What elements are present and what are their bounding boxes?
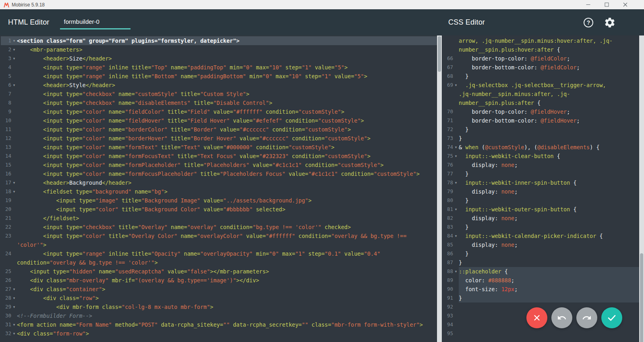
- gutter: 80: [443, 196, 459, 205]
- html-scrollbar-thumb[interactable]: [438, 36, 441, 72]
- gear-icon: [604, 17, 616, 29]
- code-line: 20 <input type="color" title="Background…: [1, 205, 437, 214]
- fold-chevron-icon[interactable]: ▾: [11, 294, 17, 302]
- code-text: <input type="color" name="formPlaceholde…: [17, 161, 437, 169]
- maximize-button[interactable]: [597, 0, 616, 9]
- code-text: condition="overlay && bg.type !== 'color…: [17, 258, 437, 267]
- minimize-button[interactable]: [579, 0, 597, 9]
- fold-chevron-icon[interactable]: ▾: [453, 231, 459, 240]
- css-editor-label: CSS Editor: [448, 18, 485, 27]
- line-number: 9: [1, 107, 11, 116]
- fold-spacer: [11, 63, 17, 72]
- fold-chevron-icon[interactable]: ▾: [11, 54, 17, 63]
- fold-spacer: [11, 240, 17, 249]
- fold-chevron-icon[interactable]: ▾: [11, 36, 17, 45]
- redo-button[interactable]: [576, 307, 597, 328]
- css-editor-scrollbar[interactable]: [639, 35, 644, 342]
- fold-chevron-icon[interactable]: ▾: [11, 81, 17, 90]
- code-text: <mbr-parameters>: [17, 45, 437, 54]
- title-bar: Mobirise 5.9.18: [0, 0, 644, 9]
- code-text: <header>Background</header>: [17, 178, 437, 187]
- gutter: 31▾: [1, 320, 17, 329]
- line-number: 31: [1, 320, 11, 329]
- fold-chevron-icon[interactable]: ▾: [11, 302, 17, 311]
- code-text: <input type="range" inline title="Opacit…: [17, 249, 437, 258]
- fold-chevron-icon[interactable]: ▾: [453, 81, 459, 90]
- gutter: 6▾: [1, 81, 17, 90]
- gutter: 18▾: [1, 187, 17, 196]
- code-line: condition="overlay && bg.type !== 'color…: [1, 258, 437, 267]
- gutter: 87: [443, 258, 459, 267]
- line-number: 66: [443, 54, 453, 63]
- undo-button[interactable]: [551, 307, 572, 328]
- fold-spacer: [453, 294, 459, 302]
- fold-spacer: [11, 267, 17, 276]
- help-button[interactable]: ?: [584, 18, 593, 27]
- fold-chevron-icon[interactable]: ▾: [11, 285, 17, 294]
- line-number: 2: [1, 45, 11, 54]
- fold-spacer: [11, 196, 17, 205]
- code-line: number__spin.plus:after {: [443, 98, 639, 107]
- code-line: 90 font-size: 12px;: [443, 285, 639, 294]
- gutter: 11: [1, 125, 17, 134]
- fold-chevron-icon[interactable]: ▾: [11, 178, 17, 187]
- code-text: display: none;: [459, 214, 639, 223]
- gutter: 19: [1, 196, 17, 205]
- fold-spacer: [11, 125, 17, 134]
- settings-button[interactable]: [604, 17, 616, 29]
- fold-chevron-icon[interactable]: ▾: [453, 205, 459, 214]
- fold-spacer: [453, 98, 459, 107]
- code-text: display: none;: [459, 161, 639, 169]
- gutter: 9: [1, 107, 17, 116]
- close-button[interactable]: [616, 0, 634, 9]
- confirm-button[interactable]: [601, 307, 622, 328]
- code-text: }: [459, 125, 639, 134]
- css-scrollbar-thumb[interactable]: [640, 253, 643, 342]
- help-icon: ?: [587, 19, 590, 26]
- fold-spacer: [453, 311, 459, 320]
- fold-spacer: [11, 107, 17, 116]
- gutter: 29▾: [1, 302, 17, 311]
- code-text: <div mbr-form class="col-lg-8 mx-auto mb…: [17, 302, 437, 311]
- html-code-editor[interactable]: 1▾<section class="form" group="Form" plu…: [0, 35, 437, 342]
- line-number: 6: [1, 81, 11, 90]
- fold-chevron-icon[interactable]: ▾: [11, 45, 17, 54]
- code-text: <input type="range" inline title="Bottom…: [17, 72, 437, 81]
- fold-chevron-icon[interactable]: ▾: [11, 329, 17, 338]
- code-line: 30<!--Formbuilder Form-->: [1, 311, 437, 320]
- code-text: <input type="color" title="Background Co…: [17, 205, 437, 214]
- fold-chevron-icon[interactable]: ▾: [11, 320, 17, 329]
- fold-chevron-icon[interactable]: ▾: [11, 187, 17, 196]
- gutter: 70: [443, 107, 459, 116]
- line-number: 82: [443, 214, 453, 223]
- code-line: 24 <input type="range" inline title="Opa…: [1, 249, 437, 258]
- code-line: 1▾<section class="form" group="Form" plu…: [1, 36, 437, 45]
- fold-spacer: [11, 169, 17, 178]
- gutter: 76: [443, 161, 459, 169]
- line-number: 67: [443, 63, 453, 72]
- code-line: 31▾<form action name="Form Name" method=…: [1, 320, 437, 329]
- fold-chevron-icon[interactable]: ▾: [453, 267, 459, 276]
- code-line: 26 <div class="mbr-overlay" mbr-if="(ove…: [1, 276, 437, 285]
- cancel-button[interactable]: [526, 307, 547, 328]
- fold-chevron-icon[interactable]: ▾: [453, 143, 459, 152]
- gutter: 5: [1, 72, 17, 81]
- fold-spacer: [11, 231, 17, 240]
- fold-spacer: [453, 187, 459, 196]
- gutter: [1, 258, 17, 267]
- line-number: [443, 45, 453, 54]
- code-line: 5 <input type="range" inline title="Bott…: [1, 72, 437, 81]
- gutter: 90: [443, 285, 459, 294]
- code-text: .jq-selectbox .jq-selectbox__trigger-arr…: [459, 81, 639, 90]
- gutter: 88▾: [443, 267, 459, 276]
- gutter: 1▾: [1, 36, 17, 45]
- html-editor-scrollbar[interactable]: [437, 35, 442, 342]
- fold-chevron-icon[interactable]: ▾: [453, 178, 459, 187]
- undo-arrow-icon: [557, 313, 567, 323]
- line-number: 79: [443, 187, 453, 196]
- fold-chevron-icon[interactable]: ▾: [453, 152, 459, 161]
- editors-area: 1▾<section class="form" group="Form" plu…: [0, 35, 644, 342]
- line-number: 11: [1, 125, 11, 134]
- tab-formbuilder-0[interactable]: formbuilder-0: [60, 18, 130, 29]
- css-code-editor[interactable]: arrow, .jq-number__spin.minus:hover:afte…: [442, 35, 639, 342]
